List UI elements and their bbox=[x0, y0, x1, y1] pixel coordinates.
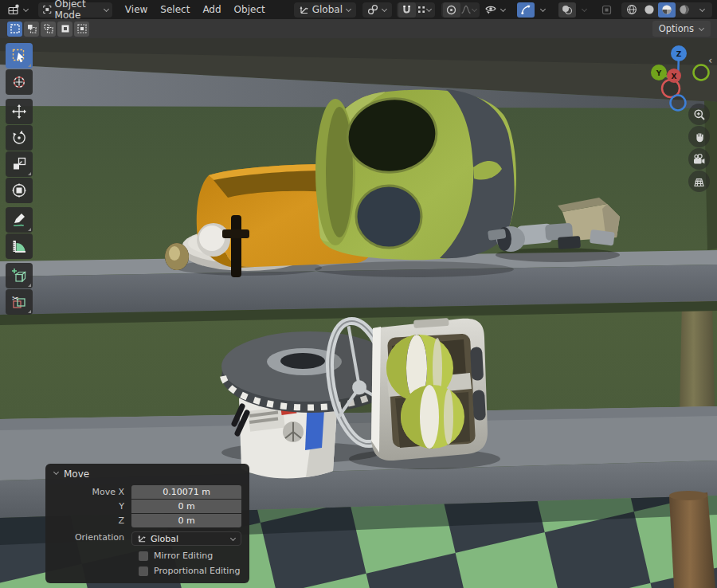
options-button[interactable]: Options bbox=[652, 21, 711, 37]
gizmo-axis-z-neg[interactable] bbox=[671, 96, 686, 111]
select-mode-intersect-button[interactable] bbox=[74, 22, 89, 37]
shading-wireframe-icon bbox=[626, 4, 637, 15]
gizmo-toggle-icon bbox=[520, 4, 531, 15]
chevron-down-icon bbox=[53, 470, 59, 476]
object-mode-icon bbox=[43, 4, 52, 15]
tool-select-box[interactable] bbox=[6, 43, 33, 69]
menu-add[interactable]: Add bbox=[196, 0, 227, 19]
mode-dropdown[interactable]: Object Mode bbox=[38, 2, 112, 18]
transform-orientation-icon bbox=[299, 5, 309, 15]
falloff-dropdown[interactable] bbox=[460, 2, 478, 18]
gizmo-z-label: Z bbox=[676, 50, 682, 58]
viewport-header: Object Mode View Select Add Object Globa… bbox=[0, 0, 717, 19]
tool-annotate[interactable] bbox=[6, 207, 33, 233]
move-y-field[interactable]: 0 m bbox=[131, 500, 241, 513]
editor-type-button[interactable] bbox=[3, 2, 33, 18]
transform-orientation-icon bbox=[137, 534, 147, 543]
chevron-down-icon bbox=[699, 26, 704, 32]
select-mode-subtract-button[interactable] bbox=[41, 22, 56, 37]
shading-material-button[interactable] bbox=[658, 2, 676, 18]
ortho-toggle-button[interactable] bbox=[688, 171, 710, 192]
select-mode-invert-button[interactable] bbox=[57, 22, 72, 37]
mirror-editing-label: Mirror Editing bbox=[154, 551, 213, 561]
proportional-editing-icon bbox=[446, 5, 456, 15]
gizmo-axis-y-neg[interactable] bbox=[694, 65, 709, 80]
menu-object[interactable]: Object bbox=[228, 0, 272, 19]
toolbar-left: ✂ bbox=[6, 43, 33, 316]
chevron-down-icon bbox=[699, 7, 705, 13]
shading-solid-icon bbox=[644, 4, 655, 15]
blender-window: Object Mode View Select Add Object Globa… bbox=[0, 0, 717, 588]
orientation-value: Global bbox=[151, 534, 226, 544]
tool-measure[interactable] bbox=[6, 233, 33, 259]
overlays-toggle[interactable] bbox=[558, 2, 576, 18]
select-intersect-icon bbox=[77, 24, 87, 33]
move-x-field[interactable]: 0.10071 m bbox=[131, 485, 241, 499]
magnet-icon bbox=[402, 5, 412, 15]
tool-rotate[interactable] bbox=[6, 125, 33, 151]
overlays-dropdown[interactable] bbox=[576, 2, 594, 18]
shading-rendered-button[interactable] bbox=[676, 2, 693, 18]
move-z-label: Z bbox=[53, 515, 131, 526]
cursor-3d-icon bbox=[11, 74, 27, 90]
select-subtract-icon bbox=[44, 24, 53, 33]
magnet-snap-toggle[interactable] bbox=[398, 2, 416, 18]
chevron-down-icon bbox=[382, 7, 387, 13]
wood-pole-bottom[interactable] bbox=[669, 491, 715, 588]
green-helmet-object[interactable] bbox=[315, 89, 516, 260]
overlays-icon bbox=[561, 4, 573, 15]
svg-text:✂: ✂ bbox=[12, 294, 18, 303]
annotate-pencil-icon bbox=[11, 212, 27, 228]
checkbox-box bbox=[139, 551, 148, 561]
chevron-down-icon bbox=[230, 536, 236, 542]
scale-icon bbox=[11, 156, 27, 172]
move-z-field[interactable]: 0 m bbox=[131, 514, 241, 527]
gizmos-dropdown[interactable] bbox=[535, 2, 552, 18]
magnifier-zoom-icon bbox=[693, 108, 706, 121]
shading-wireframe-button[interactable] bbox=[623, 2, 641, 18]
show-object-types-eye-icon bbox=[484, 4, 497, 15]
snap-with-dropdown[interactable] bbox=[416, 2, 433, 18]
chevron-down-icon bbox=[500, 7, 506, 13]
move-y-label: Y bbox=[53, 501, 131, 512]
measure-icon bbox=[11, 238, 27, 254]
object-visibility-dropdown[interactable] bbox=[480, 2, 511, 18]
snap-target-icon bbox=[367, 4, 378, 15]
tool-settings-bar: Options bbox=[0, 19, 717, 38]
tool-scale[interactable] bbox=[6, 151, 33, 177]
proportional-editing-label: Proportional Editing bbox=[154, 566, 240, 576]
pan-view-button[interactable] bbox=[688, 126, 710, 147]
xray-toggle[interactable] bbox=[600, 2, 613, 18]
orientation-select[interactable]: Global bbox=[131, 531, 241, 546]
orientation-dropdown[interactable]: Global bbox=[294, 2, 356, 18]
select-mode-set-button[interactable] bbox=[7, 22, 22, 37]
menu-view[interactable]: View bbox=[119, 0, 154, 19]
select-set-icon bbox=[10, 24, 20, 33]
sidebar-toggle-arrow[interactable]: ‹ bbox=[708, 54, 712, 66]
snap-individual-icon bbox=[417, 5, 426, 14]
rotate-icon bbox=[11, 130, 27, 146]
mirror-editing-checkbox[interactable]: Mirror Editing bbox=[139, 551, 241, 561]
move-panel-header[interactable]: Move bbox=[53, 468, 241, 480]
tool-add-cube[interactable] bbox=[6, 263, 33, 288]
shading-dropdown[interactable] bbox=[693, 2, 711, 18]
camera-view-button[interactable] bbox=[688, 148, 710, 170]
chevron-down-icon bbox=[540, 7, 546, 13]
tool-move[interactable] bbox=[6, 99, 33, 124]
tool-cursor[interactable] bbox=[6, 69, 33, 95]
zoom-button[interactable] bbox=[688, 104, 710, 125]
transform-icon bbox=[11, 182, 27, 198]
menu-select[interactable]: Select bbox=[154, 0, 196, 19]
proportional-editing-toggle[interactable] bbox=[443, 2, 460, 18]
viewport-3d[interactable]: ✂ X Y Z bbox=[0, 38, 717, 588]
tool-cut[interactable]: ✂ bbox=[6, 289, 33, 315]
options-label: Options bbox=[659, 23, 694, 34]
tool-transform[interactable] bbox=[6, 178, 33, 203]
move-operator-panel: Move Move X 0.10071 m Y 0 m Z 0 m Orient… bbox=[45, 464, 249, 583]
select-mode-extend-button[interactable] bbox=[24, 22, 39, 37]
chevron-down-icon bbox=[346, 7, 351, 13]
shading-solid-button[interactable] bbox=[641, 2, 658, 18]
snap-dropdown[interactable] bbox=[362, 2, 392, 18]
gizmos-toggle[interactable] bbox=[517, 2, 535, 18]
proportional-editing-checkbox[interactable]: Proportional Editing bbox=[139, 566, 241, 576]
